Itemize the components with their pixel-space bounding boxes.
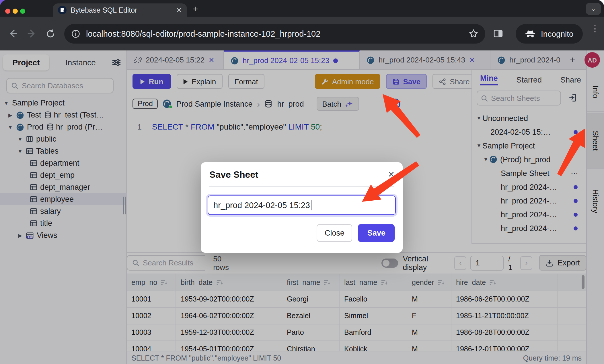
tab-instance[interactable]: Instance <box>49 58 112 67</box>
explain-button[interactable]: Explain <box>177 74 222 89</box>
tree-node-table-department[interactable]: department <box>0 157 127 169</box>
sheet-group-unconnected[interactable]: ▼Unconnected <box>476 111 587 125</box>
column-header[interactable]: gender <box>407 274 451 291</box>
sheet-item[interactable]: hr_prod 2024-… <box>476 221 587 235</box>
database-icon <box>264 100 272 108</box>
database-search-input[interactable] <box>22 81 109 90</box>
save-button[interactable]: Save <box>386 74 427 89</box>
sheet-search[interactable] <box>477 91 561 105</box>
maximize-window-button[interactable] <box>20 9 25 14</box>
tree-node-schema-public[interactable]: ▼public <box>0 133 127 145</box>
bookmark-star-icon[interactable] <box>469 29 478 38</box>
table-row[interactable]: 100011953-09-02T00:00:00ZGeorgiFacelloM1… <box>127 291 586 308</box>
sql-code-line[interactable]: 1 SELECT * FROM "public"."employee" LIMI… <box>127 120 471 133</box>
column-header[interactable]: emp_no <box>127 274 176 291</box>
prev-page-button[interactable]: ‹ <box>455 256 466 270</box>
page-number-input[interactable] <box>470 255 504 270</box>
tree-node-table-title[interactable]: title <box>0 217 127 229</box>
tab-mine[interactable]: Mine <box>480 74 498 85</box>
vertical-display-label: Vertical display <box>403 254 447 271</box>
instance-name[interactable]: Prod Sample Instance <box>176 99 253 108</box>
sort-icon[interactable] <box>324 279 331 286</box>
close-sheet-tab-icon[interactable]: ✕ <box>209 56 214 64</box>
ellipsis-menu-icon[interactable]: ⋯ <box>571 169 579 177</box>
tree-node-table-employee[interactable]: employee <box>0 193 127 205</box>
column-header[interactable]: birth_date <box>176 274 282 291</box>
dialog-close-button[interactable]: Close <box>317 224 352 242</box>
sheet-tab-1[interactable]: 2024-02-05 15:22 ✕ <box>127 50 224 69</box>
sheet-group-sample-project[interactable]: ▼Sample Project <box>476 139 587 152</box>
filter-sliders-icon[interactable] <box>112 58 121 67</box>
dialog-close-icon[interactable]: ✕ <box>388 170 395 179</box>
sort-icon[interactable] <box>381 279 387 286</box>
sheet-item[interactable]: hr_prod 2024-… <box>476 194 587 208</box>
tree-node-table-salary[interactable]: salary <box>0 205 127 217</box>
tree-node-table-dept-manager[interactable]: dept_manager <box>0 181 127 193</box>
sheet-tab-2-active[interactable]: hr_prod 2024-02-05 15:23 <box>224 50 360 69</box>
dialog-save-button[interactable]: Save <box>358 224 395 242</box>
database-search[interactable] <box>6 78 114 93</box>
new-browser-tab-button[interactable]: + <box>193 5 198 14</box>
table-row[interactable]: 100031959-12-03T00:00:00ZPartoBamfordM19… <box>127 324 586 341</box>
import-sheet-icon[interactable] <box>567 93 577 103</box>
tree-node-test-db[interactable]: ▶Testhr_test (Test… <box>0 109 127 121</box>
user-avatar[interactable]: AD <box>584 52 600 68</box>
format-button[interactable]: Format <box>228 74 264 89</box>
tab-share[interactable]: Share <box>560 75 581 84</box>
results-search-input[interactable] <box>143 259 200 267</box>
results-scrollbar[interactable] <box>582 275 584 289</box>
database-name[interactable]: hr_prod <box>277 99 304 108</box>
browser-tab-close-icon[interactable]: ✕ <box>176 6 182 14</box>
sheet-item[interactable]: 2024-02-05 15:… <box>476 125 587 139</box>
browser-menu-icon[interactable]: ⋮​ <box>591 24 599 44</box>
tab-starred[interactable]: Starred <box>516 75 542 84</box>
sort-icon[interactable] <box>438 279 445 286</box>
tab-search-button[interactable]: ⌄ <box>586 3 601 15</box>
results-search[interactable] <box>127 255 205 271</box>
next-page-button[interactable]: › <box>521 256 532 270</box>
minimize-window-button[interactable] <box>13 9 18 14</box>
site-info-icon[interactable] <box>71 29 80 38</box>
address-bar[interactable]: localhost:8080/sql-editor/prod-sample-in… <box>64 24 485 43</box>
tree-node-tables-group[interactable]: ▼Tables <box>0 145 127 157</box>
ai-assistant-ring-icon[interactable] <box>390 99 400 109</box>
close-sheet-tab-icon[interactable]: ✕ <box>469 56 475 64</box>
close-window-button[interactable] <box>5 9 10 14</box>
column-header[interactable]: first_name <box>282 274 340 291</box>
admin-mode-button[interactable]: Admin mode <box>315 74 380 89</box>
tree-node-table-dept-emp[interactable]: dept_emp <box>0 169 127 181</box>
text-caret <box>311 200 311 210</box>
tree-node-project[interactable]: ▼Sample Project <box>0 97 127 109</box>
new-sheet-tab-button[interactable]: + <box>570 54 575 66</box>
column-header[interactable]: last_name <box>340 274 407 291</box>
sort-icon[interactable] <box>489 279 496 286</box>
sort-icon[interactable] <box>161 279 167 286</box>
sheet-name-input[interactable]: hr_prod 2024-02-05 15:23 <box>208 195 396 215</box>
run-button[interactable]: Run <box>133 74 171 89</box>
vertical-display-toggle[interactable] <box>381 258 398 267</box>
rail-tab-history[interactable]: History <box>587 170 604 233</box>
sheet-item[interactable]: hr_prod 2024-… <box>476 180 587 194</box>
back-icon[interactable] <box>8 29 18 38</box>
sheet-tab-4[interactable]: hr_prod 2024-0 <box>490 50 566 69</box>
reload-icon[interactable] <box>46 29 55 38</box>
batch-button[interactable]: Batch <box>317 97 359 111</box>
tab-project[interactable]: Project <box>3 54 49 71</box>
sheet-search-input[interactable] <box>491 94 557 102</box>
forward-icon[interactable] <box>27 29 37 38</box>
sidebar-resize-handle[interactable] <box>123 197 126 214</box>
sheet-item[interactable]: hr_prod 2024-… <box>476 208 587 221</box>
table-row[interactable]: 100021964-06-02T00:00:00ZBezalelSimmelF1… <box>127 308 586 324</box>
sort-icon[interactable] <box>216 279 223 286</box>
rail-tab-info[interactable]: Info <box>587 73 604 112</box>
side-panel-icon[interactable] <box>493 29 503 38</box>
tree-node-views-group[interactable]: ▶Views <box>0 229 127 241</box>
tree-node-prod-db[interactable]: ▼Prodhr_prod (Pr… <box>0 121 127 133</box>
export-button[interactable]: Export <box>539 255 586 271</box>
column-header[interactable]: hire_date <box>451 274 558 291</box>
rail-tab-sheet[interactable]: Sheet <box>587 113 604 169</box>
sheet-group-prod-hr-prod[interactable]: ▼(Prod) hr_prod <box>476 152 587 166</box>
sheet-tab-3[interactable]: hr_prod 2024-02-05 15:43 ✕ <box>360 50 490 69</box>
sheet-item-sample-sheet[interactable]: Sample Sheet⋯ <box>476 166 587 180</box>
browser-tab[interactable]: Bytebase SQL Editor ✕ <box>53 3 187 17</box>
